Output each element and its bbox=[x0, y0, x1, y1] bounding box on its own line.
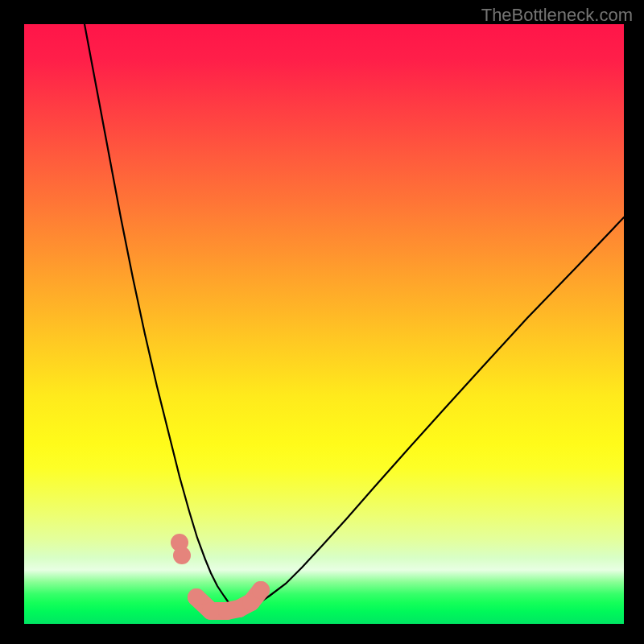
marker-dot bbox=[202, 602, 220, 620]
curve-left bbox=[85, 24, 235, 610]
marker-dot bbox=[173, 547, 191, 564]
marker-dot bbox=[188, 588, 205, 606]
marker-dot bbox=[252, 581, 270, 599]
curve-overlay bbox=[24, 24, 624, 624]
plot-area bbox=[24, 24, 624, 624]
bottom-markers-group bbox=[171, 534, 270, 620]
watermark-text: TheBottleneck.com bbox=[481, 5, 633, 26]
curve-right bbox=[235, 217, 624, 610]
